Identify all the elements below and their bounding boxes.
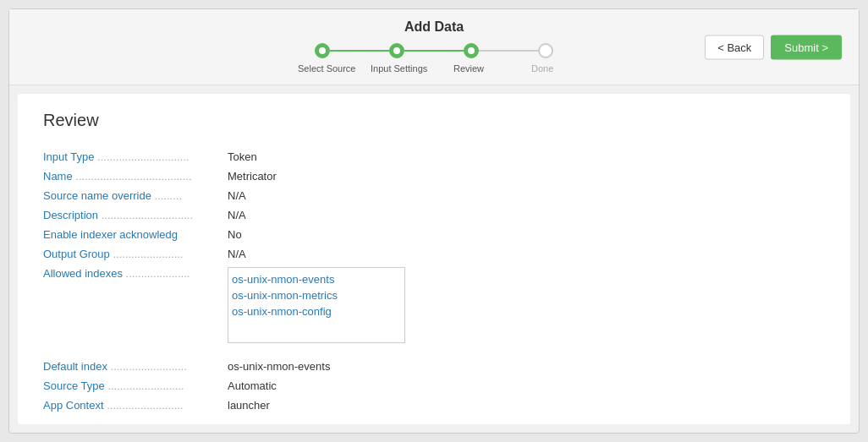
spacer-3 [479,62,538,74]
connector-1-2 [330,50,389,52]
wizard-steps [315,43,553,58]
field-source-name-key: Source name override ......... [43,186,221,205]
field-input-type-val: Token [221,147,825,166]
connector-3-4 [479,50,538,52]
field-source-type-label: Source Type [43,379,105,392]
step-1-circle [315,43,330,58]
back-button[interactable]: < Back [705,35,764,59]
step-3-circle [464,43,479,58]
field-source-name-val: N/A [221,186,825,205]
field-allowed-key: Allowed indexes ..................... [43,264,221,347]
field-output-key: Output Group ....................... [43,244,221,264]
field-default-index-val: os-unix-nmon-events [221,357,825,376]
step-1-label-container: Select Source [315,62,330,74]
step-1-label: Select Source [298,63,355,74]
field-name-val: Metricator [221,166,825,186]
review-title: Review [43,111,825,130]
allowed-index-3: os-unix-nmon-config [232,303,401,319]
field-desc-dots: .............................. [102,209,193,221]
field-allowed-label: Allowed indexes [43,267,123,280]
field-output-dots: ....................... [113,248,183,260]
allowed-index-1: os-unix-nmon-events [232,271,401,287]
connector-2-3 [404,50,464,52]
submit-button[interactable]: Submit > [771,35,842,59]
wizard-header: Add Data [315,19,553,74]
field-input-type-label: Input Type [43,150,94,163]
step-1-inner [319,47,326,54]
step-4-label-container: Done [538,62,553,74]
field-allowed-dots: ..................... [126,267,190,280]
header: Add Data [9,9,859,85]
field-allowed-val: os-unix-nmon-events os-unix-nmon-metrics… [221,264,825,347]
field-input-type-dots: .............................. [97,150,189,163]
step-3-inner [468,47,475,54]
allowed-index-2: os-unix-nmon-metrics [232,287,401,303]
field-output-val: N/A [221,244,825,264]
field-desc-label: Description [43,209,98,221]
field-default-index-label: Default index [43,360,107,373]
step-3-label-container: Review [464,62,479,74]
step-4-label: Done [531,63,553,74]
field-app-context-dots: ......................... [107,399,183,412]
field-app-context-label: App Context [43,399,104,412]
field-output-label: Output Group [43,248,110,260]
review-content: Review Input Type ......................… [18,94,850,424]
review-table-top: Input Type .............................… [43,147,825,347]
page-title: Add Data [404,19,464,35]
step-2-label: Input Settings [371,63,427,74]
field-source-type-val: Automatic [221,376,825,396]
field-default-index-dots: ......................... [111,360,187,373]
field-source-name-label: Source name override [43,189,151,202]
field-name-label: Name [43,170,73,183]
field-source-type-dots: ......................... [107,379,184,392]
step-4-circle [538,43,553,58]
header-actions: < Back Submit > [705,35,842,59]
step-2-label-container: Input Settings [389,62,404,74]
step-labels: Select Source Input Settings Review Done [315,62,553,74]
step-3-label: Review [453,63,484,74]
allowed-indexes-listbox[interactable]: os-unix-nmon-events os-unix-nmon-metrics… [228,267,405,343]
field-source-name-dots: ......... [155,189,183,202]
field-source-type-key: Source Type ......................... [43,376,221,396]
spacer [43,347,825,357]
field-app-context-key: App Context ......................... [43,396,221,415]
app-container: Add Data [8,8,860,434]
field-desc-key: Description ............................… [43,205,221,225]
field-name-key: Name ...................................… [43,166,221,186]
field-name-dots: ...................................... [75,170,191,183]
field-indexer-label: Enable indexer acknowledg [43,228,178,241]
field-indexer-val: No [221,225,825,244]
field-app-context-val: launcher [221,396,825,415]
field-indexer-key: Enable indexer acknowledg [43,225,221,244]
review-table-bottom: Default index ......................... … [43,357,825,415]
step-2-inner [393,47,400,54]
field-desc-val: N/A [221,205,825,225]
field-input-type-key: Input Type .............................… [43,147,221,166]
field-default-index-key: Default index ......................... [43,357,221,376]
step-2-circle [389,43,404,58]
